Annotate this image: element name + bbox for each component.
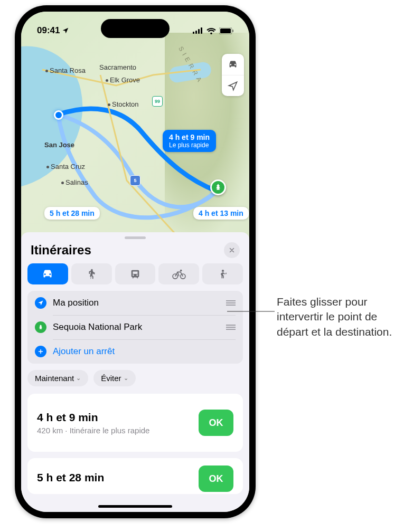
- status-time: 09:41: [37, 25, 60, 36]
- transport-mode-toggle[interactable]: [222, 54, 244, 75]
- route-subtitle: 420 km · Itinéraire le plus rapide: [37, 426, 149, 435]
- svg-point-9: [181, 274, 185, 279]
- mode-rideshare[interactable]: [202, 263, 243, 284]
- map-controls: [222, 54, 244, 96]
- go-button[interactable]: OK: [199, 410, 233, 436]
- road-shield: 99: [152, 96, 163, 107]
- stops-card: Ma position Sequoia National Park Ajoute…: [27, 291, 243, 364]
- rideshare-icon: [218, 268, 228, 280]
- battery-icon: [219, 27, 233, 34]
- stop-from-label: Ma position: [53, 298, 220, 308]
- chevron-down-icon: ⌄: [76, 375, 81, 382]
- city-label: Salinas: [61, 178, 88, 186]
- route-duration: 5 h et 28 min: [37, 471, 104, 484]
- svg-point-8: [173, 274, 177, 279]
- mode-transit[interactable]: [115, 263, 156, 284]
- route-duration: 4 h et 9 min: [37, 411, 149, 424]
- svg-rect-0: [193, 32, 194, 34]
- avoid-chip[interactable]: Éviter ⌄: [93, 370, 135, 386]
- add-stop-label: Ajouter un arrêt: [53, 346, 236, 357]
- car-icon: [41, 267, 54, 281]
- city-label: Sacramento: [99, 63, 136, 71]
- location-icon: [228, 81, 238, 91]
- city-label: Elk Grove: [106, 76, 140, 84]
- svg-rect-3: [201, 27, 202, 34]
- bike-icon: [172, 268, 186, 280]
- walk-icon: [86, 268, 97, 280]
- dynamic-island: [101, 19, 170, 38]
- route-bubble-alt[interactable]: 4 h et 13 min: [193, 207, 249, 220]
- callout-text: Faites glisser pour intervertir le point…: [277, 294, 403, 339]
- wifi-icon: [207, 27, 216, 34]
- stop-to-label: Sequoia National Park: [53, 322, 220, 332]
- svg-rect-5: [220, 28, 231, 33]
- sheet-title: Itinéraires: [31, 243, 91, 258]
- sheet-grabber[interactable]: [125, 236, 146, 239]
- route-bubble-time: 4 h et 9 min: [169, 133, 210, 141]
- map[interactable]: SIERRA Santa Rosa Sacramento Elk Grove S…: [21, 12, 249, 260]
- my-location-icon: [35, 297, 46, 309]
- home-indicator[interactable]: [98, 505, 172, 508]
- svg-point-10: [180, 270, 182, 272]
- close-button[interactable]: [224, 242, 240, 258]
- avoid-label: Éviter: [101, 374, 121, 383]
- route-option[interactable]: 4 h et 9 min 420 km · Itinéraire le plus…: [27, 394, 243, 452]
- mode-cycle[interactable]: [158, 263, 199, 284]
- city-label: Stockton: [108, 100, 139, 108]
- tree-icon: [214, 183, 222, 192]
- chevron-down-icon: ⌄: [124, 375, 128, 382]
- directions-sheet[interactable]: Itinéraires: [21, 232, 249, 512]
- svg-point-11: [221, 270, 223, 272]
- city-label: Santa Rosa: [45, 66, 86, 74]
- add-icon: [35, 346, 46, 357]
- screen: 09:41: [21, 12, 249, 512]
- locate-me-button[interactable]: [222, 75, 244, 96]
- mode-walk[interactable]: [71, 263, 112, 284]
- svg-rect-2: [198, 29, 200, 34]
- city-label: Santa Cruz: [46, 163, 85, 170]
- city-label: San Jose: [44, 141, 74, 149]
- user-location-dot: [54, 110, 63, 120]
- road-shield: 5: [130, 175, 140, 186]
- mode-drive[interactable]: [27, 263, 68, 284]
- drag-handle[interactable]: [226, 300, 236, 306]
- timing-label: Maintenant: [35, 374, 74, 383]
- svg-rect-1: [195, 31, 197, 34]
- stop-from-row[interactable]: Ma position: [27, 291, 243, 315]
- transit-icon: [129, 268, 141, 280]
- go-button[interactable]: OK: [199, 466, 233, 492]
- add-stop-row[interactable]: Ajouter un arrêt: [27, 339, 243, 364]
- close-icon: [229, 247, 235, 253]
- cellular-icon: [193, 27, 203, 34]
- route-bubble-alt[interactable]: 5 h et 28 min: [44, 207, 100, 220]
- destination-pin[interactable]: [210, 179, 226, 195]
- filter-row: Maintenant ⌄ Éviter ⌄: [21, 370, 249, 394]
- location-arrow-icon: [62, 27, 69, 34]
- route-option[interactable]: 5 h et 28 min OK: [27, 458, 243, 494]
- drag-handle[interactable]: [226, 325, 236, 330]
- car-icon: [227, 59, 239, 70]
- phone-frame: 09:41: [15, 5, 256, 518]
- stop-to-row[interactable]: Sequoia National Park: [27, 315, 243, 339]
- destination-icon: [35, 321, 46, 333]
- transport-mode-segment: [21, 263, 249, 291]
- route-bubble-sub: Le plus rapide: [169, 141, 210, 149]
- svg-rect-6: [232, 30, 233, 32]
- route-bubble-primary[interactable]: 4 h et 9 min Le plus rapide: [163, 130, 216, 152]
- timing-chip[interactable]: Maintenant ⌄: [27, 370, 88, 386]
